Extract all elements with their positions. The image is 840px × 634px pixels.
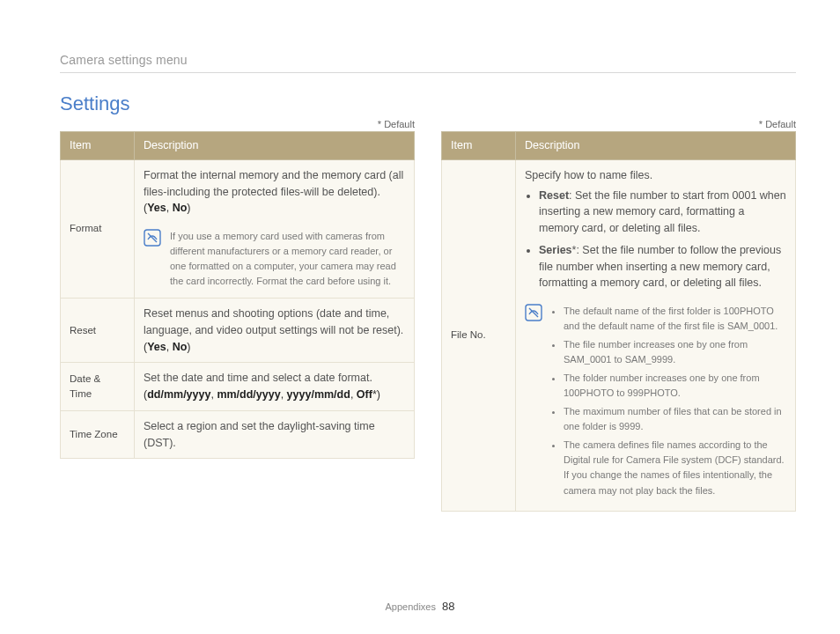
table-row: File No. Specify how to name files. Rese… xyxy=(442,159,796,511)
list-item: The folder number increases one by one f… xyxy=(564,371,785,401)
table-row: Time Zone Select a region and set the da… xyxy=(61,410,415,459)
item-label: File No. xyxy=(442,159,516,511)
item-label: Format xyxy=(61,159,135,298)
page-number: 88 xyxy=(442,600,454,613)
note-icon xyxy=(144,229,161,289)
content-columns: * Default Item Description Format Format… xyxy=(60,119,796,512)
col-header-item: Item xyxy=(61,132,135,160)
item-label: Date & Time xyxy=(61,363,135,411)
note-box: If you use a memory card used with camer… xyxy=(144,225,405,291)
default-note: * Default xyxy=(441,119,796,129)
list-item: The camera defines file names according … xyxy=(564,438,785,498)
table-row: Reset Reset menus and shooting options (… xyxy=(61,299,415,363)
desc-text: Reset menus and shooting options (date a… xyxy=(144,307,403,336)
divider xyxy=(60,72,796,73)
item-label: Time Zone xyxy=(61,410,135,459)
list-item: The default name of the first folder is … xyxy=(564,304,785,334)
desc-text: Format the internal memory and the memor… xyxy=(144,169,403,198)
left-column: * Default Item Description Format Format… xyxy=(60,119,415,512)
page-title: Settings xyxy=(60,92,796,115)
note-list: The default name of the first folder is … xyxy=(551,304,785,502)
options: (Yes, No) xyxy=(144,341,191,353)
breadcrumb: Camera settings menu xyxy=(60,53,796,67)
page: Camera settings menu Settings * Default … xyxy=(0,0,840,634)
footer-section: Appendixes xyxy=(385,601,436,612)
col-header-item: Item xyxy=(442,132,516,160)
col-header-description: Description xyxy=(135,132,415,160)
item-label: Reset xyxy=(61,299,135,363)
desc-intro: Specify how to name files. xyxy=(525,169,652,181)
item-description: Specify how to name files. Reset: Set th… xyxy=(516,159,796,511)
list-item: The file number increases one by one fro… xyxy=(564,337,785,367)
item-description: Reset menus and shooting options (date a… xyxy=(135,299,415,363)
list-item: The maximum number of files that can be … xyxy=(564,404,785,434)
item-description: Select a region and set the daylight-sav… xyxy=(135,410,415,459)
table-row: Format Format the internal memory and th… xyxy=(61,159,415,298)
page-footer: Appendixes 88 xyxy=(0,600,840,613)
list-item: Reset: Set the file number to start from… xyxy=(539,188,786,237)
options: (Yes, No) xyxy=(144,202,191,214)
item-description: Set the date and time and select a date … xyxy=(135,363,415,411)
table-row: Date & Time Set the date and time and se… xyxy=(61,363,415,411)
item-description: Format the internal memory and the memor… xyxy=(135,159,415,298)
default-note: * Default xyxy=(60,119,415,129)
settings-table-right: Item Description File No. Specify how to… xyxy=(441,131,796,512)
options: (dd/mm/yyyy, mm/dd/yyyy, yyyy/mm/dd, Off… xyxy=(144,388,380,401)
settings-table-left: Item Description Format Format the inter… xyxy=(60,131,415,459)
col-header-description: Description xyxy=(516,132,796,160)
list-item: Series*: Set the file number to follow t… xyxy=(539,242,786,291)
right-column: * Default Item Description File No. Spec… xyxy=(441,119,796,512)
note-box: The default name of the first folder is … xyxy=(525,300,786,504)
option-list: Reset: Set the file number to start from… xyxy=(525,188,786,292)
desc-text: Set the date and time and select a date … xyxy=(144,372,372,384)
note-icon xyxy=(525,304,542,502)
note-text: If you use a memory card used with camer… xyxy=(170,229,403,289)
